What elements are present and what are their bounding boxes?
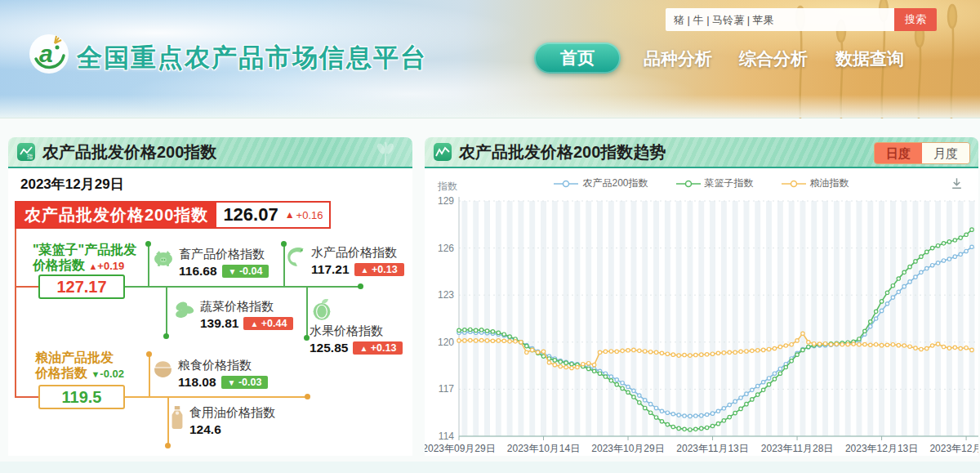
fruit-icon (310, 297, 334, 322)
trend-panel: 农产品批发价格200指数趋势 日度 月度 指数 农产品200指数菜篮子指数粮油指… (425, 137, 978, 456)
site-title: 全国重点农产品市场信息平台 (77, 41, 427, 75)
search-bar: 搜索 (666, 8, 937, 31)
sub-index-label: 蔬菜价格指数 (200, 299, 293, 315)
branch-dot (305, 394, 310, 399)
change-badge: ▼ -0.04 (222, 265, 270, 278)
wheat-watermark-icon (372, 139, 399, 167)
bottom-section (0, 462, 980, 473)
sub-index-value: 117.21 (311, 262, 350, 277)
toggle-daily[interactable]: 日度 (875, 143, 922, 163)
branch-dot (163, 333, 169, 339)
sub-index-label: 水产品价格指数 (311, 245, 404, 261)
trend-chart[interactable]: 指数 农产品200指数菜篮子指数粮油指数 1141171201231261292… (425, 168, 978, 456)
legend-item[interactable]: 粮油指数 (782, 176, 849, 190)
sub-index-value: 124.6 (189, 422, 221, 437)
main-index-bar: 农产品批发价格200指数 126.07 ▲ +0.16 (15, 201, 331, 229)
trend-plot[interactable]: 1141171201231261292023年09月29日2023年10月14日… (425, 191, 978, 457)
branch-line (166, 288, 167, 335)
svg-text:2023年11月13日: 2023年11月13日 (676, 443, 749, 454)
nav-tab-variety-analysis[interactable]: 品种分析 (644, 47, 712, 70)
svg-text:120: 120 (438, 337, 454, 348)
sub-index-fruit: 水果价格指数 125.85 ▲ +0.13 (310, 297, 403, 355)
sub-index-livestock: 畜产品价格指数 116.68 ▼ -0.04 (152, 247, 269, 279)
report-date: 2023年12月29日 (20, 175, 124, 194)
branch-dot (358, 283, 363, 289)
sub-index-aquatic: 水产品价格指数 117.21 ▲ +0.13 (286, 245, 404, 277)
index-panel: 指 农产品批发价格200指数 2023年12月29日 农产品批发价格200指数 … (8, 137, 412, 456)
grain-oil-index-value: 119.5 (38, 385, 125, 409)
svg-text:2023年10月29日: 2023年10月29日 (591, 443, 664, 454)
svg-text:a: a (39, 40, 53, 67)
sub-index-vegetable: 蔬菜价格指数 139.81 ▲ +0.44 (174, 299, 293, 331)
sub-index-label: 粮食价格指数 (178, 358, 268, 373)
branch-dot (165, 443, 171, 448)
branch-dot (146, 351, 152, 357)
period-toggle: 日度 月度 (874, 142, 970, 164)
trend-panel-title: 农产品批发价格200指数趋势 (459, 141, 666, 163)
legend-item[interactable]: 农产品200指数 (554, 176, 648, 190)
index-panel-title: 农产品批发价格200指数 (42, 141, 216, 163)
nav-tab-comprehensive-analysis[interactable]: 综合分析 (739, 47, 808, 70)
grain-branch-line (125, 396, 308, 398)
svg-text:114: 114 (439, 431, 454, 442)
trend-panel-header: 农产品批发价格200指数趋势 日度 月度 (425, 137, 978, 168)
tree-connector (15, 286, 40, 288)
pig-icon (152, 247, 175, 268)
branch-line (283, 244, 285, 286)
search-button[interactable]: 搜索 (894, 8, 937, 31)
sub-index-value: 125.85 (310, 341, 348, 355)
hero-banner: a 全国重点农产品市场信息平台 搜索 首页 品种分析 综合分析 数据查询 (0, 0, 980, 118)
change-badge: ▲ +0.13 (353, 341, 403, 355)
sub-index-grain: 粮食价格指数 118.08 ▼ -0.03 (152, 358, 268, 390)
change-badge: ▼ -0.03 (221, 376, 269, 389)
main-index-change: ▲ +0.16 (285, 203, 330, 227)
chart-legend: 农产品200指数菜篮子指数粮油指数 (425, 176, 978, 190)
basket-index-value: 127.17 (38, 274, 125, 299)
basket-branch-line (125, 286, 360, 288)
svg-text:2023年10月14日: 2023年10月14日 (507, 443, 580, 454)
grain-oil-index-title: 粮油产品批发 价格指数 ▼-0.02 (35, 350, 124, 382)
nav-tab-home[interactable]: 首页 (534, 42, 621, 74)
down-arrow-icon: ▼ (91, 369, 100, 379)
change-badge: ▲ +0.13 (354, 263, 404, 276)
svg-text:126: 126 (438, 243, 454, 254)
index-panel-header: 指 农产品批发价格200指数 (8, 137, 412, 168)
shrimp-icon (286, 245, 307, 268)
branch-dot (304, 335, 310, 341)
svg-text:117: 117 (439, 383, 454, 395)
page: a 全国重点农产品市场信息平台 搜索 首页 品种分析 综合分析 数据查询 指 农… (0, 0, 980, 473)
svg-text:指: 指 (26, 154, 33, 159)
sub-index-label: 畜产品价格指数 (179, 247, 269, 262)
sub-index-value: 139.81 (200, 316, 238, 331)
svg-text:123: 123 (438, 289, 454, 301)
toggle-monthly[interactable]: 月度 (922, 143, 969, 163)
main-index-value: 126.07 (216, 203, 284, 227)
branch-dot (145, 241, 151, 247)
svg-text:129: 129 (438, 195, 454, 207)
up-arrow-icon: ▲ (88, 261, 97, 271)
svg-text:2023年11月28日: 2023年11月28日 (761, 443, 834, 454)
vegetable-icon (174, 299, 196, 320)
up-arrow-icon: ▲ (285, 209, 295, 221)
trend-chart-icon (433, 142, 452, 162)
sub-index-value: 118.08 (178, 375, 216, 390)
sub-index-label: 食用油价格指数 (189, 405, 275, 421)
sub-index-label: 水果价格指数 (310, 324, 403, 339)
svg-text:2023年09月29日: 2023年09月29日 (425, 443, 496, 454)
sub-index-oil: 食用油价格指数 124.6 (169, 405, 275, 437)
branch-line (149, 355, 150, 396)
sub-index-value: 116.68 (179, 264, 217, 279)
branch-line (148, 244, 149, 286)
basket-index-title: "菜篮子"产品批发 价格指数 ▲+0.19 (33, 242, 136, 274)
svg-text:2023年12月28日: 2023年12月28日 (929, 443, 978, 454)
search-input[interactable] (666, 8, 894, 31)
tree-trunk-line (15, 229, 16, 398)
tree-connector (15, 396, 40, 398)
rice-pot-icon (152, 358, 174, 380)
legend-item[interactable]: 菜篮子指数 (676, 176, 754, 190)
index-chart-icon: 指 (16, 142, 36, 162)
oil-bottle-icon (169, 405, 185, 430)
site-logo[interactable]: a (28, 33, 70, 75)
nav-tab-data-query[interactable]: 数据查询 (835, 47, 904, 70)
main-index-label: 农产品批发价格200指数 (16, 203, 216, 227)
